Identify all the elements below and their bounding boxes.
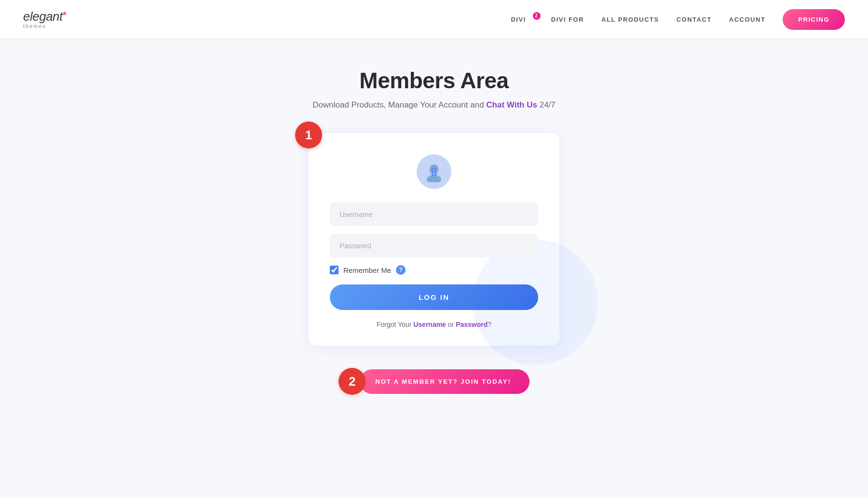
page-subtitle: Download Products, Manage Your Account a…: [312, 100, 556, 110]
nav-item-all-products[interactable]: ALL PRODUCTS: [601, 16, 659, 23]
login-button[interactable]: LOG IN: [330, 284, 538, 310]
remember-me-row: Remember Me ?: [330, 265, 538, 275]
step1-section: 1: [309, 133, 559, 346]
chat-with-us-link[interactable]: Chat With Us: [486, 100, 537, 109]
main-content: Members Area Download Products, Manage Y…: [0, 39, 868, 424]
login-card: Remember Me ? LOG IN Forgot Your Usernam…: [309, 133, 559, 346]
remember-me-checkbox[interactable]: [330, 266, 339, 274]
forgot-password-link[interactable]: Password: [456, 321, 488, 328]
step2-section: 2 NOT A MEMBER YET? JOIN TODAY!: [339, 368, 529, 395]
help-icon[interactable]: ?: [396, 265, 406, 275]
username-input[interactable]: [330, 202, 538, 226]
pricing-button[interactable]: PRICING: [783, 9, 845, 30]
forgot-username-link[interactable]: Username: [413, 321, 446, 328]
username-field: [330, 202, 538, 226]
logo[interactable]: elegant* themes: [23, 10, 67, 29]
forgot-row: Forgot Your Username or Password?: [377, 321, 491, 328]
nav-item-account[interactable]: ACCOUNT: [729, 16, 766, 23]
password-input[interactable]: [330, 234, 538, 257]
remember-me-label: Remember Me: [343, 266, 391, 274]
logo-text: elegant*: [23, 10, 67, 23]
step1-badge: 1: [295, 121, 322, 148]
logo-sub: themes: [23, 24, 46, 29]
navbar: elegant* themes DIVI 2 DIVI FOR ALL PROD…: [0, 0, 868, 39]
page-title: Members Area: [359, 67, 508, 94]
step2-badge: 2: [339, 368, 366, 395]
divi-badge: 2: [533, 12, 541, 20]
user-avatar-icon: [417, 154, 451, 189]
nav-links: DIVI 2 DIVI FOR ALL PRODUCTS CONTACT ACC…: [511, 9, 845, 30]
password-field: [330, 234, 538, 257]
logo-asterisk-icon: *: [63, 9, 67, 21]
nav-item-contact[interactable]: CONTACT: [677, 16, 712, 23]
svg-point-4: [434, 173, 435, 175]
nav-item-divi-for[interactable]: DIVI FOR: [551, 16, 584, 23]
join-today-button[interactable]: NOT A MEMBER YET? JOIN TODAY!: [360, 369, 529, 394]
nav-item-divi[interactable]: DIVI 2: [511, 16, 533, 23]
